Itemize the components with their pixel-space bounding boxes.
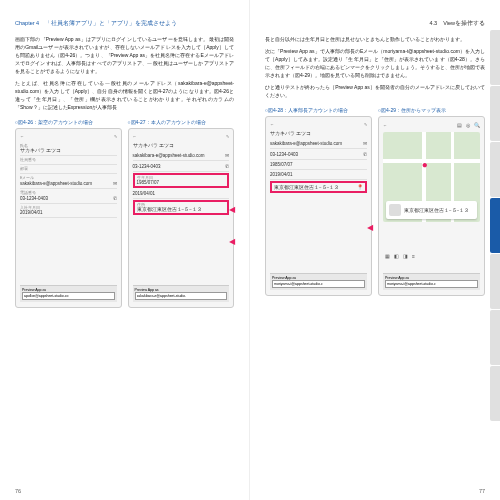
side-tabs — [490, 30, 500, 422]
figure-4-27: ○図4-27：本人のアカウントの場合 ←✎ サカキバラ エツコ sakakiba… — [128, 119, 235, 308]
figure-4-28: ○図4-28：人事部長アカウントの場合 ←✎ サカキバラ エツコ sakakib… — [265, 107, 372, 296]
preview-bar: Preview App as — [383, 273, 480, 290]
edit-icon[interactable]: ✎ — [226, 134, 229, 139]
left-page: Chapter 4 「社員名簿アプリ」と「アプリ」を完成させよう 画面下部の「P… — [0, 0, 250, 500]
nav-icon[interactable]: ◨ — [403, 253, 408, 259]
fig-caption: ○図4-26：架空のアカウントの場合 — [15, 119, 122, 125]
tab-chapter7[interactable] — [490, 366, 500, 421]
preview-bar: Preview App as — [270, 273, 367, 290]
mail-icon[interactable]: ✉ — [363, 140, 367, 146]
phone-icon[interactable]: ✆ — [225, 163, 229, 169]
figure-4-29: ○図4-29：住所からマップ表示 ← ▤◎🔍 ● 東京都江東区住吉１−５−１３ … — [378, 107, 485, 296]
pin-icon[interactable]: 📍 — [357, 184, 363, 190]
arrow-icon: ◀ — [367, 223, 373, 232]
tab-chapter1[interactable] — [490, 30, 500, 85]
phone-icon[interactable]: ✆ — [363, 151, 367, 157]
back-icon[interactable]: ← — [383, 123, 387, 128]
search-icon[interactable]: 🔍 — [474, 122, 480, 128]
figures-row: ○図4-26：架空のアカウントの場合 ←✎ 氏名サカキバラ エツコ 社員番号 部… — [15, 119, 234, 308]
tab-chapter4[interactable] — [490, 198, 500, 253]
map-view[interactable]: ● 東京都江東区住吉１−５−１３ — [383, 132, 480, 222]
right-page: 4.3 Viewを操作する 長と自分以外には生年月日と住所は見せないときちんと動… — [250, 0, 500, 500]
mail-icon[interactable]: ✉ — [225, 152, 229, 158]
tab-chapter6[interactable] — [490, 310, 500, 365]
tab-chapter5[interactable] — [490, 254, 500, 309]
phone-mockup: ← ▤◎🔍 ● 東京都江東区住吉１−５−１３ ▦◧◨≡ Preview App … — [378, 116, 485, 296]
nav-icon[interactable]: ◧ — [394, 253, 399, 259]
nav-icon[interactable]: ▦ — [385, 253, 390, 259]
phone-mockup: ←✎ 氏名サカキバラ エツコ 社員番号 部署 Eメールsakakibara-e@… — [15, 128, 122, 308]
preview-input[interactable] — [135, 292, 228, 300]
arrow-icon: ◀ — [229, 237, 235, 246]
figure-4-26: ○図4-26：架空のアカウントの場合 ←✎ 氏名サカキバラ エツコ 社員番号 部… — [15, 119, 122, 308]
layers-icon[interactable]: ▤ — [457, 122, 462, 128]
edit-icon[interactable]: ✎ — [364, 122, 367, 127]
back-icon[interactable]: ← — [20, 134, 24, 139]
tab-chapter3[interactable] — [490, 142, 500, 197]
highlight-address: 住所東京都江東区住吉１−５−１３ — [133, 200, 230, 215]
edit-icon[interactable]: ✎ — [114, 134, 117, 139]
figures-row: ○図4-28：人事部長アカウントの場合 ←✎ サカキバラ エツコ sakakib… — [265, 107, 485, 296]
para-1: 画面下部の「Preview App as」はアプリにログインしているユーザーを意… — [15, 35, 234, 75]
chapter-header: Chapter 4 「社員名簿アプリ」と「アプリ」を完成させよう — [15, 20, 234, 27]
page-number: 76 — [15, 488, 21, 494]
arrow-icon: ◀ — [229, 205, 235, 214]
avatar — [389, 204, 401, 216]
back-icon[interactable]: ← — [270, 122, 274, 127]
phone-icon[interactable]: ✆ — [113, 195, 117, 201]
preview-bar: Preview App as — [133, 285, 230, 302]
para-3: ひと通りテストが終わったら［Preview App as］を開発者の自分のメール… — [265, 83, 485, 99]
fig-caption: ○図4-27：本人のアカウントの場合 — [128, 119, 235, 125]
preview-input[interactable] — [385, 280, 478, 288]
fig-caption: ○図4-29：住所からマップ表示 — [378, 107, 485, 113]
map-info-card[interactable]: 東京都江東区住吉１−５−１３ — [386, 201, 477, 219]
phone-mockup: ←✎ サカキバラ エツコ sakakibara-e@appsheet-studi… — [128, 128, 235, 308]
map-pin-icon[interactable]: ● — [422, 159, 428, 170]
highlight-address: 東京都江東区住吉１−５−１３📍 — [270, 181, 367, 193]
back-icon[interactable]: ← — [133, 134, 137, 139]
nav-icon[interactable]: ≡ — [412, 253, 415, 259]
fig-caption: ○図4-28：人事部長アカウントの場合 — [265, 107, 372, 113]
page-number: 77 — [479, 488, 485, 494]
tab-chapter2[interactable] — [490, 86, 500, 141]
para-2: たとえば、社員名簿に存在している一般社員のメールアドレス（sakakibara-… — [15, 79, 234, 111]
phone-mockup: ←✎ サカキバラ エツコ sakakibara-e@appsheet-studi… — [265, 116, 372, 296]
highlight-birthday: 生年月日1985/07/07 — [133, 173, 230, 188]
location-icon[interactable]: ◎ — [466, 122, 470, 128]
preview-input[interactable] — [272, 280, 365, 288]
para-1: 長と自分以外には生年月日と住所は見せないときちんと動作していることがわかります。 — [265, 35, 485, 43]
preview-input[interactable] — [22, 292, 115, 300]
para-2: 次に「Preview App as」で人事部の部長のEメール（moriyama-… — [265, 47, 485, 79]
mail-icon[interactable]: ✉ — [113, 180, 117, 186]
preview-bar: Preview App as — [20, 285, 117, 302]
section-header: 4.3 Viewを操作する — [265, 20, 485, 27]
